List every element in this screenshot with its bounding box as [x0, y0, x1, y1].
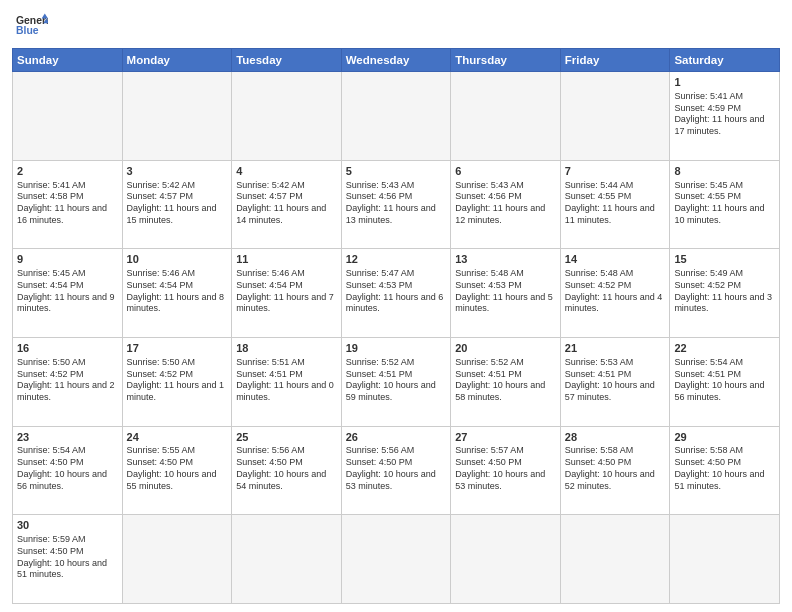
- page: General Blue SundayMondayTuesdayWednesda…: [0, 0, 792, 612]
- svg-text:Blue: Blue: [16, 25, 39, 36]
- day-info: Sunrise: 5:58 AMSunset: 4:50 PMDaylight:…: [674, 445, 775, 492]
- day-info: Sunrise: 5:46 AMSunset: 4:54 PMDaylight:…: [236, 268, 337, 315]
- calendar-cell: 10Sunrise: 5:46 AMSunset: 4:54 PMDayligh…: [122, 249, 232, 338]
- day-number: 20: [455, 341, 556, 356]
- calendar-cell: 17Sunrise: 5:50 AMSunset: 4:52 PMDayligh…: [122, 337, 232, 426]
- calendar-cell: 8Sunrise: 5:45 AMSunset: 4:55 PMDaylight…: [670, 160, 780, 249]
- day-info: Sunrise: 5:57 AMSunset: 4:50 PMDaylight:…: [455, 445, 556, 492]
- day-number: 24: [127, 430, 228, 445]
- day-info: Sunrise: 5:59 AMSunset: 4:50 PMDaylight:…: [17, 534, 118, 581]
- day-info: Sunrise: 5:55 AMSunset: 4:50 PMDaylight:…: [127, 445, 228, 492]
- day-number: 4: [236, 164, 337, 179]
- day-number: 5: [346, 164, 447, 179]
- calendar-cell: [232, 72, 342, 161]
- calendar-cell: 28Sunrise: 5:58 AMSunset: 4:50 PMDayligh…: [560, 426, 670, 515]
- calendar-cell: 4Sunrise: 5:42 AMSunset: 4:57 PMDaylight…: [232, 160, 342, 249]
- day-info: Sunrise: 5:48 AMSunset: 4:53 PMDaylight:…: [455, 268, 556, 315]
- day-info: Sunrise: 5:48 AMSunset: 4:52 PMDaylight:…: [565, 268, 666, 315]
- day-info: Sunrise: 5:49 AMSunset: 4:52 PMDaylight:…: [674, 268, 775, 315]
- calendar-cell: 23Sunrise: 5:54 AMSunset: 4:50 PMDayligh…: [13, 426, 123, 515]
- calendar-cell: 15Sunrise: 5:49 AMSunset: 4:52 PMDayligh…: [670, 249, 780, 338]
- weekday-header-monday: Monday: [122, 49, 232, 72]
- weekday-header-wednesday: Wednesday: [341, 49, 451, 72]
- weekday-header-friday: Friday: [560, 49, 670, 72]
- day-number: 22: [674, 341, 775, 356]
- day-number: 26: [346, 430, 447, 445]
- calendar-cell: 14Sunrise: 5:48 AMSunset: 4:52 PMDayligh…: [560, 249, 670, 338]
- calendar-cell: 13Sunrise: 5:48 AMSunset: 4:53 PMDayligh…: [451, 249, 561, 338]
- day-info: Sunrise: 5:42 AMSunset: 4:57 PMDaylight:…: [236, 180, 337, 227]
- day-number: 9: [17, 252, 118, 267]
- calendar-cell: 16Sunrise: 5:50 AMSunset: 4:52 PMDayligh…: [13, 337, 123, 426]
- calendar-cell: 19Sunrise: 5:52 AMSunset: 4:51 PMDayligh…: [341, 337, 451, 426]
- day-number: 18: [236, 341, 337, 356]
- calendar-cell: [122, 515, 232, 604]
- logo: General Blue: [16, 12, 48, 40]
- day-number: 30: [17, 518, 118, 533]
- week-row-0: 1Sunrise: 5:41 AMSunset: 4:59 PMDaylight…: [13, 72, 780, 161]
- calendar-cell: [560, 515, 670, 604]
- day-info: Sunrise: 5:50 AMSunset: 4:52 PMDaylight:…: [127, 357, 228, 404]
- day-info: Sunrise: 5:42 AMSunset: 4:57 PMDaylight:…: [127, 180, 228, 227]
- week-row-1: 2Sunrise: 5:41 AMSunset: 4:58 PMDaylight…: [13, 160, 780, 249]
- day-number: 8: [674, 164, 775, 179]
- calendar-cell: [13, 72, 123, 161]
- day-info: Sunrise: 5:58 AMSunset: 4:50 PMDaylight:…: [565, 445, 666, 492]
- day-number: 27: [455, 430, 556, 445]
- day-number: 19: [346, 341, 447, 356]
- calendar-cell: 18Sunrise: 5:51 AMSunset: 4:51 PMDayligh…: [232, 337, 342, 426]
- day-number: 28: [565, 430, 666, 445]
- day-info: Sunrise: 5:45 AMSunset: 4:55 PMDaylight:…: [674, 180, 775, 227]
- weekday-header-sunday: Sunday: [13, 49, 123, 72]
- day-number: 15: [674, 252, 775, 267]
- week-row-2: 9Sunrise: 5:45 AMSunset: 4:54 PMDaylight…: [13, 249, 780, 338]
- day-number: 3: [127, 164, 228, 179]
- calendar: SundayMondayTuesdayWednesdayThursdayFrid…: [0, 48, 792, 612]
- calendar-cell: [560, 72, 670, 161]
- day-info: Sunrise: 5:45 AMSunset: 4:54 PMDaylight:…: [17, 268, 118, 315]
- generalblue-logo-icon: General Blue: [16, 12, 48, 40]
- day-info: Sunrise: 5:43 AMSunset: 4:56 PMDaylight:…: [455, 180, 556, 227]
- day-number: 23: [17, 430, 118, 445]
- calendar-cell: [341, 515, 451, 604]
- header: General Blue: [0, 0, 792, 48]
- calendar-cell: 20Sunrise: 5:52 AMSunset: 4:51 PMDayligh…: [451, 337, 561, 426]
- day-info: Sunrise: 5:56 AMSunset: 4:50 PMDaylight:…: [236, 445, 337, 492]
- day-info: Sunrise: 5:54 AMSunset: 4:51 PMDaylight:…: [674, 357, 775, 404]
- calendar-cell: 26Sunrise: 5:56 AMSunset: 4:50 PMDayligh…: [341, 426, 451, 515]
- calendar-cell: 2Sunrise: 5:41 AMSunset: 4:58 PMDaylight…: [13, 160, 123, 249]
- day-info: Sunrise: 5:50 AMSunset: 4:52 PMDaylight:…: [17, 357, 118, 404]
- calendar-cell: 29Sunrise: 5:58 AMSunset: 4:50 PMDayligh…: [670, 426, 780, 515]
- calendar-cell: 27Sunrise: 5:57 AMSunset: 4:50 PMDayligh…: [451, 426, 561, 515]
- calendar-cell: [451, 72, 561, 161]
- calendar-cell: [670, 515, 780, 604]
- calendar-table: SundayMondayTuesdayWednesdayThursdayFrid…: [12, 48, 780, 604]
- day-info: Sunrise: 5:52 AMSunset: 4:51 PMDaylight:…: [455, 357, 556, 404]
- calendar-cell: 6Sunrise: 5:43 AMSunset: 4:56 PMDaylight…: [451, 160, 561, 249]
- day-info: Sunrise: 5:54 AMSunset: 4:50 PMDaylight:…: [17, 445, 118, 492]
- calendar-cell: 12Sunrise: 5:47 AMSunset: 4:53 PMDayligh…: [341, 249, 451, 338]
- calendar-cell: 1Sunrise: 5:41 AMSunset: 4:59 PMDaylight…: [670, 72, 780, 161]
- day-number: 1: [674, 75, 775, 90]
- day-number: 11: [236, 252, 337, 267]
- day-number: 16: [17, 341, 118, 356]
- day-info: Sunrise: 5:44 AMSunset: 4:55 PMDaylight:…: [565, 180, 666, 227]
- day-info: Sunrise: 5:47 AMSunset: 4:53 PMDaylight:…: [346, 268, 447, 315]
- week-row-5: 30Sunrise: 5:59 AMSunset: 4:50 PMDayligh…: [13, 515, 780, 604]
- day-info: Sunrise: 5:56 AMSunset: 4:50 PMDaylight:…: [346, 445, 447, 492]
- week-row-4: 23Sunrise: 5:54 AMSunset: 4:50 PMDayligh…: [13, 426, 780, 515]
- day-info: Sunrise: 5:51 AMSunset: 4:51 PMDaylight:…: [236, 357, 337, 404]
- calendar-cell: [451, 515, 561, 604]
- calendar-cell: 7Sunrise: 5:44 AMSunset: 4:55 PMDaylight…: [560, 160, 670, 249]
- day-number: 29: [674, 430, 775, 445]
- day-info: Sunrise: 5:52 AMSunset: 4:51 PMDaylight:…: [346, 357, 447, 404]
- day-number: 17: [127, 341, 228, 356]
- day-number: 21: [565, 341, 666, 356]
- calendar-cell: 30Sunrise: 5:59 AMSunset: 4:50 PMDayligh…: [13, 515, 123, 604]
- calendar-cell: 22Sunrise: 5:54 AMSunset: 4:51 PMDayligh…: [670, 337, 780, 426]
- day-number: 12: [346, 252, 447, 267]
- day-info: Sunrise: 5:53 AMSunset: 4:51 PMDaylight:…: [565, 357, 666, 404]
- calendar-cell: 25Sunrise: 5:56 AMSunset: 4:50 PMDayligh…: [232, 426, 342, 515]
- calendar-cell: 11Sunrise: 5:46 AMSunset: 4:54 PMDayligh…: [232, 249, 342, 338]
- calendar-cell: 21Sunrise: 5:53 AMSunset: 4:51 PMDayligh…: [560, 337, 670, 426]
